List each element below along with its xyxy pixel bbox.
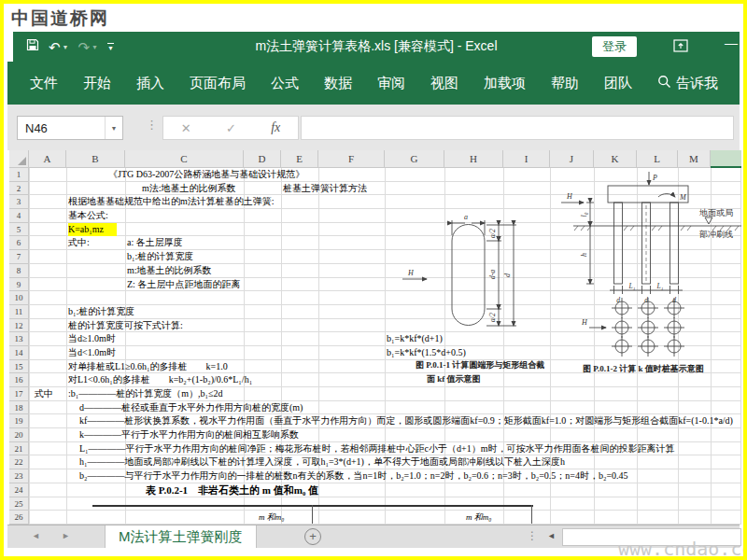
cell-C7[interactable]: b₁:桩的计算宽度 xyxy=(127,250,193,264)
row-header-9[interactable]: 9 xyxy=(9,278,29,292)
tab-view[interactable]: 视图 xyxy=(430,75,458,92)
minimize-button[interactable]: — xyxy=(725,35,738,50)
row-header-22[interactable]: 22 xyxy=(9,455,29,469)
name-box[interactable]: N46 ▼ xyxy=(17,116,123,140)
cell-B22[interactable]: h₁————地面或局部冲刷线以下桩的计算埋入深度，可取h₁=3*(d+1)，单不… xyxy=(79,455,565,469)
enter-formula-icon[interactable]: ✓ xyxy=(226,121,236,135)
column-header-h[interactable]: H xyxy=(444,150,503,168)
cell-B14[interactable]: 当d<1.0m时 xyxy=(68,346,116,360)
tab-review[interactable]: 审阅 xyxy=(377,75,405,92)
cell-B18[interactable]: d————桩径或垂直于水平外力作用方向桩的宽度(m) xyxy=(79,401,303,415)
row-header-7[interactable]: 7 xyxy=(9,250,29,264)
row-header-8[interactable]: 8 xyxy=(9,264,29,278)
column-header-d[interactable]: D xyxy=(244,150,281,168)
cell-C2[interactable]: m法:地基土的比例系数 xyxy=(142,182,236,196)
column-header-n-selected[interactable] xyxy=(711,150,741,168)
column-header-m[interactable]: M xyxy=(678,150,711,168)
select-all-corner[interactable] xyxy=(9,150,29,168)
cell-B11[interactable]: b₁:桩的计算宽度 xyxy=(68,305,134,319)
cell-G14[interactable]: b₁=k*kf*(1.5*d+0.5) xyxy=(387,346,466,360)
customize-qat-button[interactable]: ▼ xyxy=(107,43,114,51)
cell-B23[interactable]: b₂————与平行于水平力作用方向的一排桩的桩数n有关的系数，当n=1时，b₂=… xyxy=(79,469,628,483)
column-header-e[interactable]: E xyxy=(281,150,318,168)
undo-button[interactable]: ↶▼ xyxy=(49,40,69,54)
row-header-24[interactable]: 24 xyxy=(9,483,29,497)
sheet-nav-right-icon[interactable]: ► xyxy=(62,531,70,540)
cell-B15[interactable]: 对单排桩或L1≥0.6h₁的多排桩 k=1.0 xyxy=(68,360,228,374)
ribbon-display-options-icon[interactable] xyxy=(673,39,688,52)
row-header-25[interactable]: 25 xyxy=(9,497,29,511)
row-header-19[interactable]: 19 xyxy=(9,414,29,428)
insert-function-icon[interactable]: fx xyxy=(271,120,280,135)
row-header-15[interactable]: 15 xyxy=(9,360,29,374)
cell-C8[interactable]: m:地基土的比例系数 xyxy=(127,264,212,278)
column-header-j[interactable]: J xyxy=(550,150,594,168)
cell-B16[interactable]: 对L1<0.6h₁的多排桩 k=b₂+(1-b₂)/0.6*L₁/h₁ xyxy=(68,373,252,387)
cell-C9[interactable]: Z: 各土层中点距地面的距离 xyxy=(127,278,240,292)
login-button[interactable]: 登录 xyxy=(592,36,637,57)
cell-B17[interactable]: :b₁————桩的计算宽度（m）,b₁≤2d xyxy=(68,387,223,401)
row-header-2[interactable]: 2 xyxy=(9,182,29,196)
row-header-17[interactable]: 17 xyxy=(9,387,29,401)
name-box-dropdown-icon[interactable]: ▼ xyxy=(105,117,122,139)
cell-B20[interactable]: k————平行于水平力作用方向的桩间相互影响系数 xyxy=(79,428,299,442)
row-header-4[interactable]: 4 xyxy=(9,209,29,223)
sheet-nav-left-icon[interactable]: ◄ xyxy=(32,531,40,540)
row-header-12[interactable]: 12 xyxy=(9,319,29,333)
cell-B5[interactable]: K=ab₁mz xyxy=(68,223,117,237)
row-header-3[interactable]: 3 xyxy=(9,195,29,209)
sheet-tab-active[interactable]: M法计算土弹簧刚度 xyxy=(105,525,257,548)
row-header-6[interactable]: 6 xyxy=(9,236,29,250)
cell-C6[interactable]: a: 各土层厚度 xyxy=(127,236,183,250)
row-header-13[interactable]: 13 xyxy=(9,332,29,346)
cell-B12[interactable]: 桩的计算宽度可按下式计算: xyxy=(68,319,183,333)
new-sheet-button[interactable]: + xyxy=(304,528,321,545)
row-header-18[interactable]: 18 xyxy=(9,401,29,415)
cell-A17[interactable]: 式中 xyxy=(35,387,53,401)
tab-formulas[interactable]: 公式 xyxy=(271,75,299,92)
save-icon[interactable] xyxy=(26,38,39,55)
tab-file[interactable]: 文件 xyxy=(30,75,58,92)
row-header-20[interactable]: 20 xyxy=(9,428,29,442)
row-header-21[interactable]: 21 xyxy=(9,442,29,456)
spreadsheet-grid[interactable]: a a/2 d-a d a/2 H xyxy=(9,150,741,525)
cell-B19[interactable]: kf————桩形状换算系数，视水平力作用面（垂直于水平力作用方向）而定，圆形或圆… xyxy=(79,414,733,428)
column-header-c[interactable]: C xyxy=(125,150,244,168)
tab-insert[interactable]: 插入 xyxy=(136,75,164,92)
cell-B3[interactable]: 根据地基基础规范中给出的m法计算桩基的土弹簧: xyxy=(68,195,275,209)
formula-input[interactable] xyxy=(301,116,734,140)
column-header-f[interactable]: F xyxy=(318,150,385,168)
cell-B6[interactable]: 式中: xyxy=(68,236,90,250)
tab-team[interactable]: 团队 xyxy=(604,75,632,92)
cell-C26[interactable]: m 和m₀ xyxy=(259,511,284,525)
tab-help[interactable]: 帮助 xyxy=(551,75,579,92)
row-header-16[interactable]: 16 xyxy=(9,373,29,387)
row-header-26[interactable]: 26 xyxy=(9,511,29,525)
tab-page-layout[interactable]: 页面布局 xyxy=(190,75,246,92)
column-header-a[interactable]: A xyxy=(29,150,66,168)
row-header-5[interactable]: 5 xyxy=(9,223,29,237)
redo-button[interactable]: ↷▼ xyxy=(78,40,99,54)
column-header-i[interactable]: I xyxy=(503,150,550,168)
column-header-k[interactable]: K xyxy=(594,150,637,168)
cell-B24[interactable]: 表 P.0.2-1 非岩石类土的 m 值和m₀ 值 xyxy=(146,483,318,497)
cell-B13[interactable]: 当d≥1.0m时 xyxy=(68,332,116,346)
column-header-b[interactable]: B xyxy=(66,150,125,168)
column-header-l[interactable]: L xyxy=(637,150,678,168)
cell-B21[interactable]: L₁————平行于水平力作用方向的桩间净距；梅花形布桩时，若相邻两排桩中心距c小… xyxy=(79,442,674,456)
cell-C1[interactable]: 《JTG D63-2007公路桥涵地基与基础设计规范》 xyxy=(108,168,304,182)
cell-B4[interactable]: 基本公式: xyxy=(68,209,108,223)
row-header-23[interactable]: 23 xyxy=(9,469,29,483)
row-header-14[interactable]: 14 xyxy=(9,346,29,360)
cell-G13[interactable]: b₁=k*kf*(d+1) xyxy=(387,332,443,346)
row-header-10[interactable]: 10 xyxy=(9,291,29,305)
tab-data[interactable]: 数据 xyxy=(324,75,352,92)
tell-me-search[interactable]: 告诉我 xyxy=(657,75,718,92)
cell-H26[interactable]: m 和m₀ xyxy=(466,511,491,525)
cell-E2[interactable]: 桩基土弹簧计算方法 xyxy=(283,182,367,196)
row-header-1[interactable]: 1 xyxy=(9,168,29,182)
tab-addins[interactable]: 加载项 xyxy=(484,75,526,92)
column-header-g[interactable]: G xyxy=(385,150,444,168)
cancel-formula-icon[interactable]: ✕ xyxy=(181,121,191,135)
row-header-11[interactable]: 11 xyxy=(9,305,29,319)
